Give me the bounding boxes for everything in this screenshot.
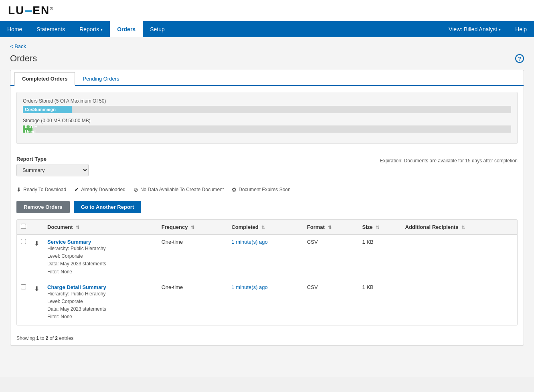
th-completed[interactable]: Completed ⇅ (227, 220, 303, 234)
nav-view[interactable]: View: Billed Analyst ▾ (441, 21, 508, 37)
nav-setup[interactable]: Setup (143, 21, 172, 37)
report-type-select[interactable]: Summary Detail (16, 164, 89, 176)
help-icon-circle[interactable]: ? (515, 54, 524, 63)
remove-orders-button[interactable]: Remove Orders (16, 201, 70, 213)
row2-frequency: One-time (158, 280, 228, 325)
page-content: < Back Orders ? Completed Orders Pending… (0, 37, 534, 377)
logo: LUEN® (8, 4, 54, 17)
row1-size: 1 KB (358, 234, 401, 280)
legend-expires: ✿ Document Expires Soon (232, 186, 290, 193)
storage-section: Orders Stored (5 Of A Maximum Of 50) Cos… (16, 92, 518, 144)
nav-bar: Home Statements Reports ▾ Orders Setup V… (0, 21, 534, 37)
row1-additional-recipients (401, 234, 517, 280)
view-caret: ▾ (499, 27, 501, 32)
row2-icon-cell: ⬇ (30, 280, 43, 325)
expiration-text: Expiration: Documents are available for … (380, 156, 518, 164)
page-title: Orders (10, 53, 37, 64)
table-row: ⬇ Charge Detail Summary Hierarchy: Publi… (17, 280, 517, 325)
orders-stored-label: Orders Stored (5 Of A Maximum Of 50) (23, 98, 511, 104)
back-link[interactable]: < Back (10, 43, 26, 49)
legend-downloaded-label: Already Downloaded (81, 187, 125, 192)
table-row: ⬇ Service Summary Hierarchy: Public Hier… (17, 234, 517, 280)
legend-downloaded: ✔ Already Downloaded (74, 186, 125, 193)
expires-legend-icon: ✿ (232, 186, 237, 193)
table-wrap: Document ⇅ Frequency ⇅ Completed ⇅ For (16, 219, 518, 325)
main-card: Completed Orders Pending Orders Orders S… (10, 70, 524, 346)
row1-checkbox[interactable] (21, 239, 26, 244)
orders-progress-bar-wrap: CosSummaign (23, 106, 511, 113)
legend-ready: ⬇ Ready To Download (16, 186, 66, 193)
table-footer-text: Showing 1 to 2 of 2 entries (16, 335, 73, 341)
row2-additional-recipients (401, 280, 517, 325)
row2-document-cell: Charge Detail Summary Hierarchy: Public … (43, 280, 158, 325)
nav-orders[interactable]: Orders (110, 21, 143, 37)
controls-area: Report Type Summary Detail Expiration: D… (10, 150, 524, 182)
storage-progress-bar-fill: 0.01% Used (23, 125, 32, 133)
legend-row: ⬇ Ready To Download ✔ Already Downloaded… (16, 186, 518, 193)
sort-frequency-icon: ⇅ (191, 225, 194, 230)
no-data-legend-icon: ⊘ (134, 186, 138, 193)
th-size[interactable]: Size ⇅ (358, 220, 401, 234)
th-icon (30, 220, 43, 234)
row1-doc-data: Data: May 2023 statements (47, 260, 154, 268)
nav-help[interactable]: Help (508, 21, 534, 37)
row2-doc-filter: Filter: None (47, 313, 154, 321)
check-legend-icon: ✔ (74, 186, 79, 193)
nav-statements[interactable]: Statements (29, 21, 72, 37)
storage-progress-bar-wrap: 0.01% Used (23, 125, 511, 133)
row1-icon-cell: ⬇ (30, 234, 43, 280)
storage-bar-text: 0.01% Used (25, 125, 37, 133)
page-title-row: Orders ? (10, 53, 524, 64)
tab-completed[interactable]: Completed Orders (14, 72, 75, 86)
table-header-row: Document ⇅ Frequency ⇅ Completed ⇅ For (17, 220, 517, 234)
legend-no-data: ⊘ No Data Available To Create Document (134, 186, 224, 193)
row1-doc-filter: Filter: None (47, 268, 154, 276)
tabs-row: Completed Orders Pending Orders (10, 72, 524, 86)
orders-progress-bar-fill: CosSummaign (23, 106, 72, 113)
row2-checkbox[interactable] (21, 284, 26, 289)
row1-document-cell: Service Summary Hierarchy: Public Hierar… (43, 234, 158, 280)
row1-download-icon[interactable]: ⬇ (34, 240, 39, 247)
orders-table: Document ⇅ Frequency ⇅ Completed ⇅ For (17, 220, 517, 325)
sort-format-icon: ⇅ (328, 225, 332, 230)
row2-doc-hierarchy: Hierarchy: Public Hierarchy (47, 290, 154, 298)
row1-doc-level: Level: Corporate (47, 253, 154, 260)
orders-bar-text: CosSummaign (25, 107, 56, 112)
report-type-group: Report Type Summary Detail (16, 156, 89, 176)
go-to-another-report-button[interactable]: Go to Another Report (74, 201, 141, 213)
row1-doc-name[interactable]: Service Summary (47, 239, 154, 245)
th-additional-recipients[interactable]: Additional Recipients ⇅ (401, 220, 517, 234)
row2-doc-data: Data: May 2023 statements (47, 305, 154, 313)
nav-home[interactable]: Home (0, 21, 29, 37)
sort-size-icon: ⇅ (376, 225, 379, 230)
report-type-row: Report Type Summary Detail Expiration: D… (16, 156, 518, 176)
sort-document-icon: ⇅ (76, 225, 79, 230)
row1-doc-hierarchy: Hierarchy: Public Hierarchy (47, 245, 154, 253)
select-all-checkbox[interactable] (21, 224, 26, 229)
row2-checkbox-cell (17, 280, 30, 325)
th-format[interactable]: Format ⇅ (303, 220, 358, 234)
th-document[interactable]: Document ⇅ (43, 220, 158, 234)
nav-reports[interactable]: Reports ▾ (72, 21, 110, 37)
download-legend-icon: ⬇ (16, 186, 21, 193)
sort-completed-icon: ⇅ (261, 225, 265, 230)
row2-format: CSV (303, 280, 358, 325)
row1-frequency: One-time (158, 234, 228, 280)
legend-expires-label: Document Expires Soon (239, 187, 290, 192)
storage-label: Storage (0.00 MB Of 50.00 MB) (23, 118, 511, 123)
button-row: Remove Orders Go to Another Report (10, 197, 524, 219)
row2-doc-name[interactable]: Charge Detail Summary (47, 284, 154, 290)
table-footer: Showing 1 to 2 of 2 entries (10, 331, 524, 345)
th-frequency[interactable]: Frequency ⇅ (158, 220, 228, 234)
row2-doc-level: Level: Corporate (47, 298, 154, 305)
reports-caret: ▾ (101, 27, 103, 32)
tab-pending[interactable]: Pending Orders (75, 72, 127, 86)
th-checkbox (17, 220, 30, 234)
row2-download-icon[interactable]: ⬇ (34, 285, 39, 292)
row1-completed: 1 minute(s) ago (227, 234, 303, 280)
legend-no-data-label: No Data Available To Create Document (140, 187, 224, 192)
report-type-label: Report Type (16, 156, 89, 162)
logo-bar: LUEN® (0, 0, 534, 21)
row2-size: 1 KB (358, 280, 401, 325)
legend-ready-label: Ready To Download (23, 187, 66, 192)
